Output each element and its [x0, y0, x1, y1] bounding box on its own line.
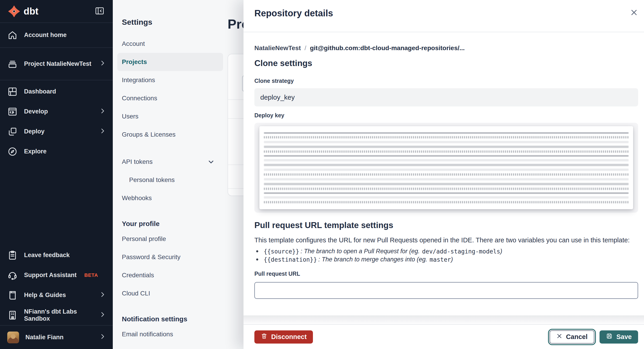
chevron-right-icon	[99, 291, 106, 300]
book-icon	[7, 290, 18, 300]
cancel-button-label: Cancel	[566, 333, 588, 340]
breadcrumb-separator: /	[304, 44, 306, 52]
sidebar-item-support-assistant[interactable]: Support Assistant BETA	[0, 265, 113, 285]
settings-nav-item-webhooks[interactable]: Webhooks	[122, 189, 228, 207]
pr-template-description: This template configures the URL for new…	[254, 236, 630, 244]
nav-item-label: Personal profile	[122, 235, 166, 242]
clone-strategy-label: Clone strategy	[254, 78, 294, 84]
breadcrumb: NatalieNewTest / git@github.com:dbt-clou…	[254, 44, 465, 52]
settings-nav-item-password-security[interactable]: Password & Security	[122, 248, 228, 266]
user-name: Natalie Fiann	[26, 334, 93, 341]
sidebar-item-dashboard[interactable]: Dashboard	[0, 82, 113, 102]
dbt-logo-text: dbt	[24, 6, 38, 17]
collapse-sidebar-button[interactable]	[95, 6, 104, 16]
close-icon	[556, 333, 562, 340]
sidebar-item-help-guides[interactable]: Help & Guides	[0, 285, 113, 305]
settings-nav-item-groups-licenses[interactable]: Groups & Licenses	[122, 126, 228, 144]
settings-nav-item-connections[interactable]: Connections	[122, 89, 228, 107]
nav-item-label: API tokens	[122, 158, 152, 166]
user-menu[interactable]: Natalie Fiann	[0, 326, 113, 349]
nav-item-label: Credentials	[122, 272, 154, 279]
sidebar-item-leave-feedback[interactable]: Leave feedback	[0, 245, 113, 265]
dbt-logo: dbt	[8, 6, 38, 17]
pull-request-url-label: Pull request URL	[254, 270, 300, 277]
home-icon	[7, 30, 18, 40]
sidebar-main-nav: Dashboard Develop Deploy	[0, 82, 113, 162]
disconnect-button[interactable]: Disconnect	[254, 330, 313, 344]
clone-settings-heading: Clone settings	[254, 58, 312, 68]
app-window: dbt Account home	[0, 0, 644, 349]
pr-template-bullet-destination: {{destination}} : The branch to merge ch…	[256, 256, 453, 263]
settings-nav-item-personal-profile[interactable]: Personal profile	[122, 230, 228, 248]
clipboard-icon	[7, 250, 18, 260]
nav-item-label: Personal tokens	[129, 176, 175, 184]
example-code: master	[427, 256, 451, 263]
settings-nav-item-api-tokens[interactable]: API tokens	[122, 153, 228, 171]
sidebar-item-label: Explore	[24, 148, 106, 155]
headset-icon	[7, 270, 18, 280]
pr-template-bullet-source: {{source}} : The branch to open a Pull R…	[256, 248, 502, 255]
settings-nav-item-personal-tokens[interactable]: Personal tokens	[122, 171, 228, 189]
nav-item-label: Account	[122, 40, 145, 48]
settings-nav-item-email-notifications[interactable]: Email notifications	[122, 325, 228, 343]
explore-icon	[7, 146, 18, 157]
settings-nav-heading-your-profile: Your profile	[122, 220, 228, 228]
nav-item-label: Integrations	[122, 76, 155, 84]
sidebar-item-label: Help & Guides	[24, 292, 93, 298]
cancel-button[interactable]: Cancel	[550, 330, 594, 344]
nav-item-label: Connections	[122, 94, 157, 102]
pull-request-url-input[interactable]	[254, 282, 638, 299]
user-avatar	[7, 332, 19, 343]
settings-nav-item-credentials[interactable]: Credentials	[122, 266, 228, 284]
bullet-text: : The branch to open a Pull Request for …	[299, 248, 420, 255]
settings-nav: Settings Account Projects Integrations C…	[113, 0, 228, 349]
deploy-key-redacted-content	[259, 126, 633, 209]
sidebar-item-develop[interactable]: Develop	[0, 102, 113, 122]
settings-nav-item-integrations[interactable]: Integrations	[122, 71, 228, 89]
sidebar-item-account-home[interactable]: Account home	[0, 23, 113, 48]
project-icon	[7, 59, 18, 69]
bullet-suffix: )	[451, 256, 453, 263]
sidebar-item-label: NFiann's dbt Labs Sandbox	[24, 308, 93, 322]
sidebar-item-project[interactable]: Project NatalieNewTest	[0, 48, 113, 80]
settings-nav-heading-notification-settings: Notification settings	[122, 315, 228, 323]
sidebar-item-label: Deploy	[24, 128, 93, 135]
sidebar: dbt Account home	[0, 0, 113, 349]
example-code: dev/add-staging-models	[420, 248, 500, 255]
sidebar-item-org-sandbox[interactable]: NFiann's dbt Labs Sandbox	[0, 305, 113, 325]
nav-item-label: Groups & Licenses	[122, 131, 176, 138]
sidebar-item-label: Account home	[24, 32, 106, 38]
bullet-suffix: )	[500, 248, 502, 255]
sidebar-divider	[0, 80, 113, 80]
settings-nav-item-cloud-cli[interactable]: Cloud CLI	[122, 284, 228, 302]
sidebar-item-label: Dashboard	[24, 88, 106, 95]
chevron-right-icon	[99, 333, 106, 342]
nav-item-label: Users	[122, 113, 138, 120]
bullet-dot	[256, 250, 258, 252]
clone-strategy-field: deploy_key	[254, 88, 638, 106]
pr-template-heading: Pull request URL template settings	[254, 220, 393, 230]
close-icon	[630, 8, 638, 17]
sidebar-bottom-nav: Leave feedback Support Assistant BETA He…	[0, 245, 113, 349]
save-button[interactable]: Save	[600, 330, 638, 344]
sidebar-item-label: Develop	[24, 108, 93, 115]
settings-nav-item-projects[interactable]: Projects	[117, 53, 223, 71]
close-button[interactable]	[628, 6, 640, 19]
deploy-key-field	[254, 123, 638, 212]
deploy-key-label: Deploy key	[254, 112, 284, 119]
bullet-text: : The branch to merge changes into (eg.	[317, 256, 427, 263]
sidebar-item-label: Leave feedback	[24, 252, 106, 259]
collapse-sidebar-icon	[95, 6, 104, 16]
breadcrumb-project-link[interactable]: NatalieNewTest	[254, 44, 301, 52]
variable-code: {{destination}}	[264, 256, 317, 263]
dbt-logo-icon	[8, 6, 20, 17]
nav-item-label: Password & Security	[122, 254, 180, 261]
chevron-right-icon	[99, 60, 106, 68]
deploy-icon	[7, 126, 18, 137]
sidebar-item-explore[interactable]: Explore	[0, 142, 113, 162]
settings-nav-item-users[interactable]: Users	[122, 107, 228, 126]
sidebar-item-deploy[interactable]: Deploy	[0, 122, 113, 142]
breadcrumb-repo-url: git@github.com:dbt-cloud-managed-reposit…	[310, 44, 465, 52]
settings-nav-item-account[interactable]: Account	[122, 35, 228, 53]
cancel-button-focus-ring: Cancel	[548, 329, 596, 345]
